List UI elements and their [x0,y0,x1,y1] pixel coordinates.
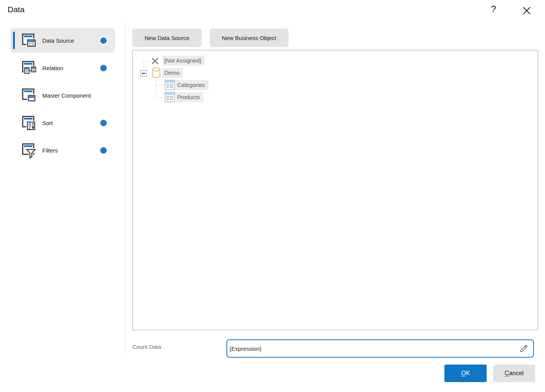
data-dialog: Data ? Data Source [0,0,545,392]
tree-node-not-assigned[interactable]: [Not Assigned] [162,56,205,66]
tree-connector [156,85,164,86]
collapse-toggle-icon[interactable] [140,70,147,77]
minus-glyph [142,73,145,74]
database-icon [152,67,161,80]
count-data-expression-input[interactable] [227,340,519,357]
count-data-expression-box [226,339,534,358]
sidebar-item-label: Sort [42,120,53,126]
sidebar-item-data-source[interactable]: Data Source [10,28,115,53]
sidebar-item-master-component[interactable]: Master Component [10,83,115,108]
sort-icon: A Z [20,114,38,132]
tree-node-products[interactable]: Products [175,92,203,102]
tree-connector [156,79,156,98]
sidebar: Data Source Relation [10,28,115,165]
dialog-title: Data [8,5,24,14]
assigned-indicator-dot [100,65,107,71]
data-source-icon [20,31,38,50]
data-source-tree: [Not Assigned] Demo Categories [132,50,538,330]
master-component-icon [20,86,38,104]
assigned-indicator-dot [100,37,107,44]
relation-icon [20,59,38,77]
sidebar-item-filters[interactable]: Filters [10,138,115,162]
assigned-indicator-dot [100,120,107,126]
sidebar-item-relation[interactable]: Relation [10,56,115,80]
count-data-label: Count Data [132,344,161,350]
new-business-object-button[interactable]: New Business Object [210,29,289,47]
data-table-icon [165,92,175,104]
tree-connector [156,98,164,98]
data-table-icon [165,80,175,92]
cancel-button[interactable]: Cancel [493,365,535,382]
tree-connector [147,73,151,74]
edit-expression-pencil-icon[interactable] [519,344,529,353]
sidebar-item-label: Master Component [42,92,91,99]
ok-button[interactable]: OK [444,365,487,382]
tree-node-categories[interactable]: Categories [175,80,208,90]
tree-node-demo[interactable]: Demo [162,68,183,78]
not-assigned-cross-icon [151,56,160,67]
help-icon[interactable]: ? [488,4,499,17]
panel-divider [125,23,125,354]
tree-connector [143,61,144,70]
new-data-source-button[interactable]: New Data Source [132,29,202,47]
filters-icon [20,141,38,159]
sidebar-item-label: Filters [42,147,58,154]
close-icon[interactable] [521,5,533,17]
selection-bar [13,32,15,49]
sidebar-item-sort[interactable]: A Z Sort [10,111,115,135]
svg-text:Z: Z [29,125,31,130]
sidebar-item-label: Data Source [42,37,74,44]
tree-connector [143,61,150,61]
assigned-indicator-dot [100,147,107,154]
sidebar-item-label: Relation [42,65,63,71]
